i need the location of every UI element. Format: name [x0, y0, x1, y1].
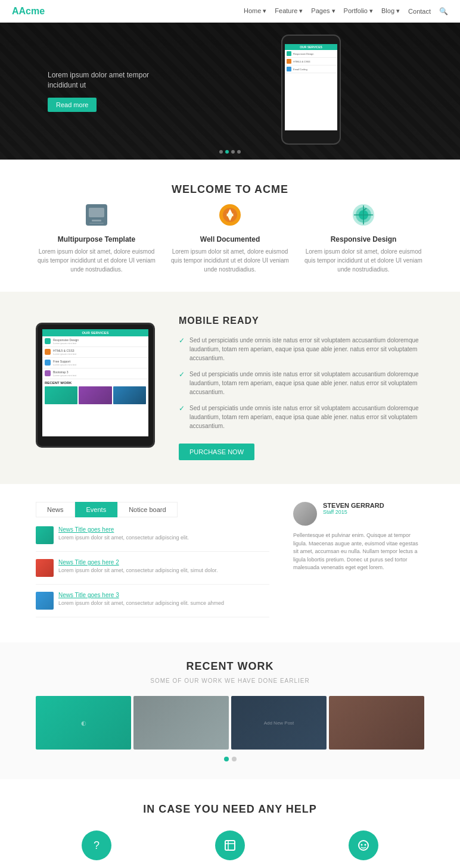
portfolio-dot-1[interactable]	[224, 757, 229, 761]
check-text-2: Sed ut perspiciatis unde omnis iste natu…	[189, 370, 424, 396]
news-item-1: News Title goes here Lorem ipsum dolor s…	[36, 526, 269, 552]
nav-blog[interactable]: Blog ▾	[381, 7, 400, 15]
tablet-service-4: Bootstrap 3 Lorem ipsum mini text	[42, 369, 148, 379]
documented-svg	[218, 203, 242, 227]
responsive-svg	[352, 203, 375, 227]
tablet-thumb-1	[45, 386, 77, 404]
portfolio-dots	[36, 757, 424, 761]
news-panel: News Events Notice board News Title goes…	[36, 502, 269, 625]
news-desc-1: Lorem ipsum dolor sit amet, consectetur …	[58, 534, 269, 542]
nav-contact[interactable]: Contact	[408, 8, 431, 15]
portfolio-item-1: ◐	[36, 696, 131, 750]
testimonial-avatar	[293, 502, 317, 526]
news-tabs: News Events Notice board	[36, 502, 269, 517]
nav-pages[interactable]: Pages ▾	[311, 7, 335, 15]
news-thumb-3	[36, 592, 54, 610]
nav-home[interactable]: Home ▾	[244, 7, 266, 15]
news-thumb-2	[36, 559, 54, 577]
phone-service-icon-1	[287, 51, 291, 56]
news-desc-2: Lorem ipsum dolor sit amet, consectetur …	[58, 567, 269, 574]
recent-work-section: RECENT WORK SOME OF OUR WORK WE HAVE DON…	[0, 642, 460, 779]
tablet-recent-title: RECENT WORK	[42, 379, 148, 386]
nav-feature[interactable]: Feature ▾	[275, 7, 303, 15]
svg-point-17	[359, 841, 368, 850]
feature-desc-multipurpose: Lorem ipsum dolor sit amet, dolore euism…	[36, 247, 157, 274]
tab-notice[interactable]: Notice board	[117, 502, 177, 517]
feature-title-responsive: Responsive Design	[303, 235, 424, 243]
svg-point-18	[361, 844, 363, 846]
phone-service-icon-3	[287, 67, 291, 71]
tablet-service-icon-1	[45, 338, 51, 344]
check-icon-1: ✓	[179, 336, 185, 363]
portfolio-item-3: Add New Post	[231, 696, 327, 750]
news-link-3[interactable]: News Title goes here 3	[58, 592, 269, 598]
recent-title: RECENT WORK	[36, 660, 424, 673]
svg-rect-1	[89, 208, 104, 217]
phone-service-label-3: Email Coding	[293, 68, 307, 71]
purchase-button[interactable]: PURCHASE NOW	[179, 444, 254, 460]
tab-news[interactable]: News	[36, 502, 75, 517]
hero-slider-dots	[219, 150, 241, 154]
portfolio-label-3: Add New Post	[231, 696, 327, 750]
nav-links: Home ▾ Feature ▾ Pages ▾ Portfolio ▾ Blo…	[244, 7, 448, 15]
mobile-check-1: ✓ Sed ut perspiciatis unde omnis iste na…	[179, 336, 424, 363]
tablet-service-subdesc-1: Lorem ipsum mini text	[53, 342, 79, 345]
tablet-service-subdesc-3: Lorem ipsum mini text	[53, 363, 76, 366]
portfolio-dot-2[interactable]	[232, 757, 237, 761]
phone-service-label-1: Responsive Design	[293, 52, 313, 55]
feature-icon-responsive	[349, 201, 378, 229]
news-thumb-1	[36, 526, 54, 544]
hero-dot-3[interactable]	[231, 150, 235, 154]
phone-header: OUR SERVICES	[285, 44, 337, 50]
feature-icon-documented	[216, 201, 244, 229]
tablet-service-subdesc-2: Lorem ipsum mini text	[53, 352, 76, 355]
news-item-2: News Title goes here 2 Lorem ipsum dolor…	[36, 559, 269, 585]
tablet-thumb-2	[79, 386, 111, 404]
features-grid: Multipurpose Template Lorem ipsum dolor …	[36, 201, 424, 274]
help-support: NEED SUPPORT? Lorem ipsum dolor sit amet…	[169, 830, 291, 868]
news-desc-3: Lorem ipsum dolor sit amet, consectetur …	[58, 600, 269, 607]
mobile-title: MOBILE READY	[179, 316, 424, 326]
brand-logo[interactable]: AAcme	[12, 6, 45, 17]
nav-portfolio[interactable]: Portfolio ▾	[344, 7, 373, 15]
hero-section: Lorem ipsum dolor amet tempor incididunt…	[0, 23, 460, 160]
tablet-service-icon-4	[45, 370, 51, 376]
testimonial-header: STEVEN GERRARD Staff 2015	[293, 502, 424, 526]
tab-events[interactable]: Events	[75, 502, 118, 517]
mobile-check-2: ✓ Sed ut perspiciatis unde omnis iste na…	[179, 370, 424, 396]
hero-read-more-button[interactable]: Read more	[48, 98, 97, 112]
tablet-thumb-3	[113, 386, 146, 404]
news-section: News Events Notice board News Title goes…	[0, 484, 460, 642]
tablet-service-label-2: HTML5 & CSS3	[53, 349, 76, 352]
news-info-1: News Title goes here Lorem ipsum dolor s…	[58, 526, 269, 544]
tablet-service-3: Free Support Lorem ipsum mini text	[42, 358, 148, 369]
navbar: AAcme Home ▾ Feature ▾ Pages ▾ Portfolio…	[0, 0, 460, 23]
search-icon[interactable]: 🔍	[439, 7, 448, 15]
help-section: IN CASE YOU NEED ANY HELP ? PRESALE QUES…	[0, 779, 460, 868]
feature-multipurpose: Multipurpose Template Lorem ipsum dolor …	[36, 201, 157, 274]
mobile-content: MOBILE READY ✓ Sed ut perspiciatis unde …	[179, 316, 424, 460]
phone-service-1: Responsive Design	[285, 50, 337, 58]
news-link-1[interactable]: News Title goes here	[58, 526, 269, 533]
hero-content: Lorem ipsum dolor amet tempor incididunt…	[0, 52, 215, 130]
presale-icon: ?	[82, 830, 111, 860]
welcome-title: WELCOME TO ACME	[36, 183, 424, 196]
feature-title-documented: Well Documented	[169, 235, 291, 243]
hero-phone-mockup: OUR SERVICES Responsive Design HTML5 & C…	[281, 35, 341, 148]
multipurpose-svg	[85, 203, 108, 227]
news-link-2[interactable]: News Title goes here 2	[58, 559, 269, 566]
tablet-service-subdesc-4: Lorem ipsum mini text	[53, 374, 76, 377]
hero-dot-1[interactable]	[219, 150, 223, 154]
help-presale: ? PRESALE QUESTION Lorem ipsum dolor sit…	[36, 830, 157, 868]
svg-rect-2	[92, 220, 101, 221]
phone-service-2: HTML5 & CSS3	[285, 58, 337, 65]
hero-dot-4[interactable]	[237, 150, 241, 154]
news-info-2: News Title goes here 2 Lorem ipsum dolor…	[58, 559, 269, 577]
hero-dot-2[interactable]	[225, 150, 229, 154]
forum-icon-svg	[357, 839, 370, 852]
check-text-3: Sed ut perspiciatis unde omnis iste natu…	[189, 404, 424, 430]
feature-documented: Well Documented Lorem ipsum dolor sit am…	[169, 201, 291, 274]
portfolio-label-1: ◐	[36, 696, 131, 750]
svg-point-19	[365, 844, 366, 846]
support-icon-svg	[223, 839, 237, 852]
